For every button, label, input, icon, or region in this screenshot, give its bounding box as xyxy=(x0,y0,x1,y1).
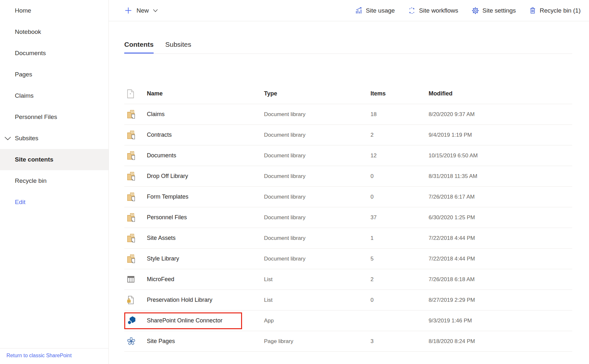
table-row-personnel-files[interactable]: Personnel FilesDocument library376/30/20… xyxy=(124,207,572,228)
item-icon-cell xyxy=(124,213,147,222)
table-row-claims[interactable]: ClaimsDocument library188/20/2020 9:37 A… xyxy=(124,104,572,125)
item-name[interactable]: Documents xyxy=(147,152,264,159)
item-count: 3 xyxy=(371,338,429,345)
item-modified: 9/3/2019 1:46 PM xyxy=(429,318,572,324)
item-icon-cell xyxy=(124,296,147,304)
item-type: Document library xyxy=(264,152,371,159)
sharepoint-app-icon xyxy=(127,316,137,326)
lock-document-icon xyxy=(127,296,134,304)
sidebar-item-subsites[interactable]: Subsites xyxy=(0,128,108,149)
document-library-icon xyxy=(127,151,136,160)
table-row-preservation-hold-library[interactable]: Preservation Hold LibraryList08/27/2019 … xyxy=(124,290,572,310)
item-count: 2 xyxy=(371,276,429,283)
item-modified: 10/15/2019 6:50 AM xyxy=(429,152,572,159)
item-icon-cell xyxy=(124,192,147,202)
sidebar-item-edit[interactable]: Edit xyxy=(0,192,108,213)
table-row-site-assets[interactable]: Site AssetsDocument library17/22/2018 4:… xyxy=(124,228,572,249)
sidebar-item-site-contents[interactable]: Site contents xyxy=(0,149,108,170)
item-name[interactable]: Preservation Hold Library xyxy=(147,297,264,303)
item-type: App xyxy=(264,318,371,324)
recycle-bin-1-button[interactable]: Recycle bin (1) xyxy=(529,7,581,14)
main-content: New Site usage Site workflows xyxy=(109,0,589,364)
sidebar-item-personnel-files[interactable]: Personnel Files xyxy=(0,106,108,128)
item-icon-cell xyxy=(124,316,147,326)
action-label: Site settings xyxy=(482,7,516,14)
document-library-icon xyxy=(127,234,136,243)
item-name[interactable]: Site Pages xyxy=(147,338,264,345)
item-count: 5 xyxy=(371,256,429,262)
item-name[interactable]: Personnel Files xyxy=(147,214,264,221)
new-button[interactable]: New xyxy=(124,6,158,15)
item-name[interactable]: Claims xyxy=(147,111,264,118)
sidebar-item-recycle-bin[interactable]: Recycle bin xyxy=(0,170,108,192)
site-workflows-button[interactable]: Site workflows xyxy=(408,7,458,14)
return-to-classic-link[interactable]: Return to classic SharePoint xyxy=(6,353,72,358)
item-count: 18 xyxy=(371,111,429,118)
action-label: Site workflows xyxy=(419,7,458,14)
item-modified: 7/26/2018 6:17 AM xyxy=(429,194,572,200)
sidebar-item-documents[interactable]: Documents xyxy=(0,43,108,64)
item-icon-cell xyxy=(124,151,147,160)
column-header-type[interactable]: Type xyxy=(264,90,371,97)
item-type: Document library xyxy=(264,194,371,200)
item-icon-cell xyxy=(124,234,147,243)
sidebar-item-claims[interactable]: Claims xyxy=(0,85,108,106)
table-row-site-pages[interactable]: Site PagesPage library38/18/2020 8:24 PM xyxy=(124,331,572,352)
sidebar-item-label: Notebook xyxy=(15,28,41,35)
item-modified: 8/27/2019 2:29 PM xyxy=(429,297,572,303)
site-settings-button[interactable]: Site settings xyxy=(472,7,516,14)
item-modified: 6/30/2020 1:25 PM xyxy=(429,214,572,221)
item-modified: 8/31/2018 11:35 AM xyxy=(429,173,572,180)
sidebar-item-label: Edit xyxy=(15,199,25,206)
item-name[interactable]: Site Assets xyxy=(147,235,264,241)
chart-icon xyxy=(355,7,362,14)
table-row-form-templates[interactable]: Form TemplatesDocument library07/26/2018… xyxy=(124,187,572,207)
item-name[interactable]: Style Library xyxy=(147,255,264,262)
item-icon-cell xyxy=(124,254,147,263)
table-row-sharepoint-online-connector[interactable]: SharePoint Online ConnectorApp9/3/2019 1… xyxy=(124,310,572,331)
table-header: Name Type Items Modified xyxy=(124,84,572,104)
sidebar-footer: Return to classic SharePoint xyxy=(0,348,108,364)
column-header-modified[interactable]: Modified xyxy=(429,90,572,97)
tab-subsites[interactable]: Subsites xyxy=(165,41,191,54)
document-icon xyxy=(127,89,134,98)
table-row-documents[interactable]: DocumentsDocument library1210/15/2019 6:… xyxy=(124,145,572,166)
column-header-items[interactable]: Items xyxy=(371,90,429,97)
item-name[interactable]: Contracts xyxy=(147,132,264,138)
item-count: 1 xyxy=(371,235,429,241)
item-count: 0 xyxy=(371,297,429,303)
sidebar-item-label: Site contents xyxy=(15,156,53,163)
table-row-microfeed[interactable]: MicroFeedList27/26/2018 6:18 AM xyxy=(124,269,572,290)
table-row-contracts[interactable]: ContractsDocument library29/4/2019 1:19 … xyxy=(124,125,572,145)
sidebar-item-home[interactable]: Home xyxy=(0,0,108,21)
item-modified: 8/20/2020 9:37 AM xyxy=(429,111,572,118)
table-row-drop-off-library[interactable]: Drop Off LibraryDocument library08/31/20… xyxy=(124,166,572,187)
table-row-style-library[interactable]: Style LibraryDocument library57/22/2018 … xyxy=(124,249,572,269)
item-type: List xyxy=(264,297,371,303)
page-library-icon xyxy=(127,337,136,346)
document-library-icon xyxy=(127,213,136,222)
site-usage-button[interactable]: Site usage xyxy=(355,7,395,14)
command-bar-actions: Site usage Site workflows Site settings … xyxy=(355,7,581,14)
tab-contents[interactable]: Contents xyxy=(124,41,154,54)
column-header-name[interactable]: Name xyxy=(147,90,264,97)
sidebar-item-label: Pages xyxy=(15,71,32,78)
item-name[interactable]: Form Templates xyxy=(147,193,264,200)
sync-icon xyxy=(408,7,415,14)
item-modified: 9/4/2019 1:19 PM xyxy=(429,132,572,138)
contents-table: Name Type Items Modified ClaimsDocument … xyxy=(124,84,572,352)
item-count: 12 xyxy=(371,152,429,159)
sidebar-item-pages[interactable]: Pages xyxy=(0,64,108,85)
item-name[interactable]: MicroFeed xyxy=(147,276,264,283)
item-type: Document library xyxy=(264,256,371,262)
item-count: 2 xyxy=(371,132,429,138)
item-type: Document library xyxy=(264,235,371,241)
command-bar: New Site usage Site workflows xyxy=(109,0,589,21)
item-count: 0 xyxy=(371,173,429,180)
item-name[interactable]: SharePoint Online Connector xyxy=(147,317,264,324)
item-count: 0 xyxy=(371,194,429,200)
sidebar-item-notebook[interactable]: Notebook xyxy=(0,21,108,43)
sidebar-item-label: Documents xyxy=(15,50,46,57)
item-type: Page library xyxy=(264,338,371,345)
item-name[interactable]: Drop Off Library xyxy=(147,173,264,180)
